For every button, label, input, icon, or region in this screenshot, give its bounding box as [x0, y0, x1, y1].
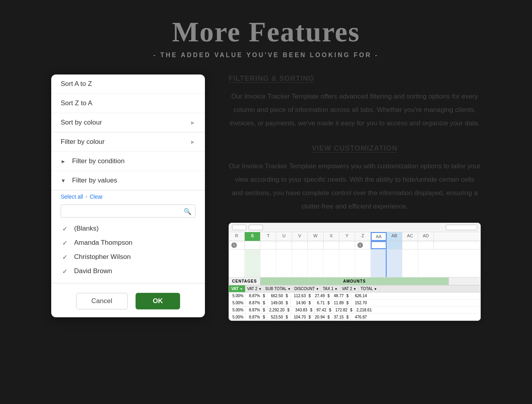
- sheet-box-top-right: [446, 225, 477, 230]
- cell-vat2b-1: 48.77: [332, 292, 346, 299]
- cell-dollar-1: $: [262, 292, 268, 299]
- cell-dollar-total-2: $: [346, 300, 351, 306]
- info-col-v: [292, 241, 308, 249]
- col-vat2: VAT 2 ▼: [246, 285, 264, 292]
- cell-total-2: 152.70: [351, 300, 368, 306]
- amounts-label: AMOUNTS: [260, 277, 449, 285]
- cell-subtotal-3: 2,292.20: [268, 307, 286, 313]
- cell-discount-4: 104.70: [290, 314, 308, 320]
- sheet-top-bar: [229, 223, 480, 232]
- col-header-z: Z: [355, 232, 371, 241]
- info-col-x: [324, 241, 339, 249]
- blanks-label: (Blanks): [74, 225, 99, 233]
- content-area: Sort A to Z Sort Z to A Sort by colour ►…: [24, 74, 508, 321]
- col-subtotal: SUB TOTAL ▼: [264, 285, 293, 292]
- col-discount: DISCOUNT ▼: [293, 285, 321, 292]
- list-item[interactable]: ✓ Amanda Thompson: [51, 236, 205, 250]
- filter-by-condition-item[interactable]: ► Filter by condition: [51, 152, 205, 171]
- cell-dollar-vat2-3: $: [328, 307, 334, 313]
- info-icon-z: i: [357, 242, 363, 248]
- cell-dollar-total-4: $: [346, 314, 351, 320]
- select-all-link[interactable]: Select all: [61, 194, 83, 200]
- cell-vat2b-4: 37.15: [332, 314, 346, 320]
- filtering-section-text: Our Invoice Tracker Template offers adva…: [229, 90, 481, 130]
- right-content: FILTERING & SORTING Our Invoice Tracker …: [229, 74, 481, 321]
- cell-vat2-1: 8.87%: [246, 292, 262, 299]
- condition-collapsed-icon: ►: [61, 158, 66, 164]
- cell-discount-2: 14.90: [290, 300, 308, 306]
- list-item[interactable]: ✓ Christopher Wilson: [51, 250, 205, 264]
- data-row-2: 5.00% 8.87% $ 149.00 $ 14.90 $ 6.71 $ 11…: [229, 300, 480, 307]
- cell-dollar-tax-2: $: [308, 300, 313, 306]
- amounts-spacer: [449, 277, 480, 285]
- col-header-w: W: [308, 232, 324, 241]
- data-header-row: VAT ▼ VAT 2 ▼ SUB TOTAL ▼ DISCOUNT ▼ TAX…: [229, 285, 480, 292]
- sort-a-to-z-label: Sort A to Z: [61, 80, 92, 88]
- empty-col-u: [276, 249, 292, 277]
- check-icon: ✓: [62, 239, 70, 247]
- page-title: More Features: [153, 16, 379, 48]
- sort-z-to-a-item[interactable]: Sort Z to A: [51, 94, 205, 113]
- cell-vat-4: 5.00%: [229, 314, 246, 320]
- col-header-r: R: [229, 232, 245, 241]
- empty-col-y: [339, 249, 355, 277]
- col-vat2b: VAT 2 ▼: [340, 285, 359, 292]
- info-col-aa: [371, 241, 387, 249]
- ok-button[interactable]: OK: [136, 293, 180, 309]
- check-icon: ✓: [62, 253, 70, 261]
- cell-vat-2: 5.00%: [229, 300, 246, 306]
- cell-vat2-4: 8.87%: [246, 314, 262, 320]
- dash-separator: -: [86, 194, 87, 200]
- empty-col-ad: [418, 249, 434, 277]
- col-header-y: Y: [339, 232, 355, 241]
- customization-section-text: Our Invoice Tracker Template empowers yo…: [229, 160, 481, 213]
- checkbox-list: ✓ (Blanks) ✓ Amanda Thompson ✓ Christoph…: [51, 219, 205, 281]
- cell-dollar-tax-1: $: [308, 292, 313, 299]
- info-col-ab: [387, 241, 402, 249]
- data-row-3: 5.00% 8.87% $ 2,292.20 $ 343.83 $ 97.42 …: [229, 307, 480, 314]
- cell-vat-1: 5.00%: [229, 292, 246, 299]
- sheet-top-bar-left: [232, 225, 263, 230]
- cell-discount-3: 343.83: [292, 307, 309, 313]
- cell-total-4: 476.87: [351, 314, 368, 320]
- info-col-y: [339, 241, 355, 249]
- clear-link[interactable]: Clear: [89, 194, 102, 200]
- cell-dollar-total-3: $: [350, 307, 355, 313]
- info-icon-row: i i: [229, 241, 480, 249]
- list-item[interactable]: ✓ David Brown: [51, 264, 205, 278]
- spreadsheet: R S T U V W X Y Z AA AB AC AD: [229, 223, 481, 321]
- list-item[interactable]: ✓ (Blanks): [51, 222, 205, 236]
- cell-tax1-2: 6.71: [313, 300, 327, 306]
- empty-col-ac: [402, 249, 418, 277]
- sort-a-to-z-item[interactable]: Sort A to Z: [51, 74, 205, 94]
- search-box-wrap: 🔍: [61, 205, 195, 218]
- search-input[interactable]: [61, 205, 195, 218]
- info-col-ac: [402, 241, 418, 249]
- empty-col-w: [308, 249, 324, 277]
- cell-vat2-3: 8.87%: [246, 307, 262, 313]
- centages-label: CENTAGES: [229, 277, 260, 285]
- col-header-v: V: [292, 232, 308, 241]
- col-tax1: TAX 1 ▼: [321, 285, 340, 292]
- customization-section-title: VIEW CUSTOMIZATION: [229, 144, 481, 153]
- cell-dollar-tax-3: $: [309, 307, 315, 313]
- cancel-button[interactable]: Cancel: [76, 293, 128, 309]
- empty-col-x: [324, 249, 339, 277]
- filter-by-values-item[interactable]: ▼ Filter by values: [51, 171, 205, 190]
- sheet-box-left: [232, 225, 246, 230]
- empty-col-v: [292, 249, 308, 277]
- cell-subtotal-1: 662.50: [268, 292, 285, 299]
- data-row-1: 5.00% 8.87% $ 662.50 $ 112.63 $ 27.49 $ …: [229, 292, 480, 300]
- col-header-x: X: [324, 232, 339, 241]
- amanda-thompson-label: Amanda Thompson: [74, 239, 132, 247]
- col-header-u: U: [276, 232, 292, 241]
- data-row-4: 5.00% 8.87% $ 523.50 $ 104.70 $ 20.94 $ …: [229, 314, 480, 320]
- cell-dollar-disc-1: $: [285, 292, 290, 299]
- filter-by-values-label: Filter by values: [72, 177, 117, 184]
- customization-section: VIEW CUSTOMIZATION Our Invoice Tracker T…: [229, 144, 481, 213]
- bottom-buttons: Cancel OK: [51, 286, 205, 317]
- filter-by-colour-item[interactable]: Filter by colour ►: [51, 132, 205, 152]
- sheet-top-bar-right: [446, 225, 477, 230]
- sort-by-colour-item[interactable]: Sort by colour ►: [51, 113, 205, 132]
- cell-dollar-3: $: [262, 307, 268, 313]
